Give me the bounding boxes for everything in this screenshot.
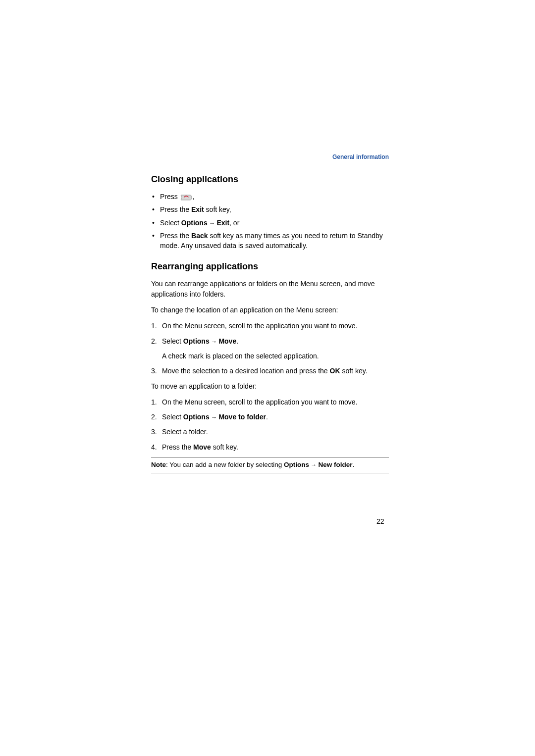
list-number: 1. xyxy=(151,321,157,331)
note-box: Note: You can add a new folder by select… xyxy=(151,457,389,473)
closing-list: Press , Press the Exit soft key, Select … xyxy=(151,192,389,251)
text: soft key, xyxy=(204,205,231,213)
sub-paragraph: A check mark is placed on the selected a… xyxy=(151,351,389,361)
bold-text: Back xyxy=(191,232,208,240)
text: Press xyxy=(160,193,180,201)
text: Press the xyxy=(160,205,191,213)
ordered-list-1b: 3. Move the selection to a desired locat… xyxy=(151,366,389,376)
list-item: Press , xyxy=(151,192,389,202)
text: soft key. xyxy=(211,443,238,451)
arrow-icon: → xyxy=(309,461,319,468)
bold-text: Move xyxy=(193,443,211,451)
ordered-list-2: 1. On the Menu screen, scroll to the app… xyxy=(151,397,389,452)
list-number: 2. xyxy=(151,412,157,422)
text: soft key. xyxy=(340,367,368,375)
section-header-link[interactable]: General information xyxy=(151,153,389,160)
bold-text: Options xyxy=(181,219,208,227)
text: , xyxy=(193,193,195,201)
text: On the Menu screen, scroll to the applic… xyxy=(162,398,358,406)
list-item: 1. On the Menu screen, scroll to the app… xyxy=(151,321,389,331)
text: On the Menu screen, scroll to the applic… xyxy=(162,322,358,330)
list-item: 2. Select Options → Move. xyxy=(151,336,389,346)
text: , or xyxy=(229,219,239,227)
list-number: 4. xyxy=(151,442,157,452)
arrow-icon: → xyxy=(210,414,219,421)
bold-text: Exit xyxy=(191,205,204,213)
bold-text: Note xyxy=(151,461,166,468)
paragraph: To change the location of an application… xyxy=(151,305,389,315)
list-item: 2. Select Options → Move to folder. xyxy=(151,412,389,422)
arrow-icon: → xyxy=(210,338,219,345)
text: . xyxy=(353,461,355,468)
bold-text: Options xyxy=(183,413,210,421)
bold-text: New folder xyxy=(319,461,353,468)
paragraph: To move an application to a folder: xyxy=(151,381,389,391)
text: Select xyxy=(162,337,183,345)
list-number: 1. xyxy=(151,397,157,407)
end-key-icon xyxy=(180,194,193,201)
text: Select xyxy=(160,219,181,227)
text: . xyxy=(266,413,268,421)
text: Move the selection to a desired location… xyxy=(162,367,330,375)
list-item: Press the Back soft key as many times as… xyxy=(151,231,389,251)
heading-closing-applications: Closing applications xyxy=(151,174,389,185)
ordered-list-1: 1. On the Menu screen, scroll to the app… xyxy=(151,321,389,346)
list-item: Press the Exit soft key, xyxy=(151,204,389,214)
bold-text: Move xyxy=(218,337,236,345)
arrow-icon: → xyxy=(208,219,217,226)
list-item: 3. Move the selection to a desired locat… xyxy=(151,366,389,376)
bold-text: Exit xyxy=(216,219,229,227)
list-number: 3. xyxy=(151,427,157,437)
list-number: 2. xyxy=(151,336,157,346)
bold-text: OK xyxy=(330,367,340,375)
text: Press the xyxy=(160,232,191,240)
bold-text: Options xyxy=(183,337,210,345)
heading-rearranging-applications: Rearranging applications xyxy=(151,261,389,272)
text: Press the xyxy=(162,443,193,451)
text: . xyxy=(236,337,238,345)
text: Select xyxy=(162,413,183,421)
list-item: 3. Select a folder. xyxy=(151,427,389,437)
page-content: General information Closing applications… xyxy=(151,153,389,473)
text: : You can add a new folder by selecting xyxy=(166,461,284,468)
list-item: 4. Press the Move soft key. xyxy=(151,442,389,452)
list-item: Select Options → Exit, or xyxy=(151,218,389,228)
list-item: 1. On the Menu screen, scroll to the app… xyxy=(151,397,389,407)
bold-text: Options xyxy=(284,461,309,468)
bold-text: Move to folder xyxy=(218,413,266,421)
page-number: 22 xyxy=(376,517,384,525)
text: Select a folder. xyxy=(162,428,208,436)
paragraph: You can rearrange applications or folder… xyxy=(151,279,389,299)
list-number: 3. xyxy=(151,366,157,376)
